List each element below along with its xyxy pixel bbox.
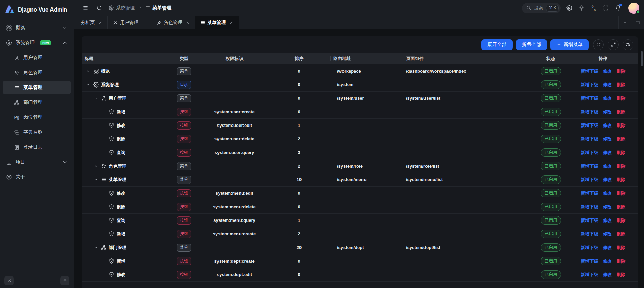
action-add-child-link[interactable]: 新增下级 (581, 204, 598, 210)
table-row[interactable]: 删除按钮system:user:delete2已启用新增下级修改删除 (82, 132, 638, 146)
sidebar-item-post-management[interactable]: Pg岗位管理 (3, 111, 71, 124)
table-row[interactable]: 用户管理菜单0/system/user/system/user/list已启用新… (82, 92, 638, 105)
table-row[interactable]: 菜单管理菜单10/system/menu/system/menu/list已启用… (82, 173, 638, 187)
notifications-button[interactable] (612, 2, 624, 14)
action-edit-link[interactable]: 修改 (603, 95, 612, 101)
collapse-all-button[interactable]: 折叠全部 (516, 39, 547, 50)
avatar[interactable] (628, 3, 639, 14)
action-edit-link[interactable]: 修改 (603, 82, 612, 88)
action-edit-link[interactable]: 修改 (603, 136, 612, 142)
tree-down-icon[interactable] (85, 82, 91, 87)
action-add-child-link[interactable]: 新增下级 (581, 190, 598, 196)
tab-menu-management[interactable]: 菜单管理 (195, 16, 239, 29)
theme-button[interactable] (576, 2, 587, 14)
action-edit-link[interactable]: 修改 (603, 177, 612, 183)
tabs-maximize-button[interactable] (631, 16, 644, 29)
action-add-child-link[interactable]: 新增下级 (581, 122, 598, 129)
tree-down-icon[interactable] (93, 177, 99, 182)
search-input[interactable]: 搜索 ⌘ K (522, 3, 561, 13)
action-add-child-link[interactable]: 新增下级 (581, 217, 598, 224)
action-delete-link[interactable]: 删除 (617, 68, 625, 74)
action-edit-link[interactable]: 修改 (603, 245, 612, 251)
vertical-scrollbar[interactable] (641, 51, 643, 66)
expand-all-button[interactable]: 展开全部 (481, 39, 513, 50)
tree-down-icon[interactable] (93, 245, 99, 250)
action-edit-link[interactable]: 修改 (603, 163, 612, 169)
tab-close-icon[interactable] (186, 21, 190, 25)
table-row[interactable]: 查询按钮system:user:query3已启用新增下级修改删除 (82, 146, 638, 159)
action-edit-link[interactable]: 修改 (603, 122, 612, 129)
action-add-child-link[interactable]: 新增下级 (581, 163, 598, 169)
action-add-child-link[interactable]: 新增下级 (581, 272, 598, 278)
action-edit-link[interactable]: 修改 (603, 190, 612, 196)
table-row[interactable]: 角色管理菜单2/system/role/system/role/list已启用新… (82, 159, 638, 173)
tree-right-icon[interactable] (93, 164, 99, 169)
sidebar-item-user-management[interactable]: 用户管理 (3, 51, 71, 64)
action-edit-link[interactable]: 修改 (603, 204, 612, 210)
table-row[interactable]: 部门管理菜单20/system/dept/system/dept/list已启用… (82, 241, 638, 254)
tree-down-icon[interactable] (93, 96, 99, 101)
action-delete-link[interactable]: 删除 (617, 190, 625, 196)
action-delete-link[interactable]: 删除 (617, 204, 625, 210)
action-delete-link[interactable]: 删除 (617, 109, 625, 115)
add-menu-button[interactable]: 新增菜单 (550, 39, 589, 50)
action-edit-link[interactable]: 修改 (603, 231, 612, 237)
action-add-child-link[interactable]: 新增下级 (581, 109, 598, 115)
fullscreen-button[interactable] (600, 2, 611, 14)
action-add-child-link[interactable]: 新增下级 (581, 231, 598, 237)
action-delete-link[interactable]: 删除 (617, 150, 625, 156)
sidebar-collapse-button[interactable] (4, 276, 14, 285)
sidebar-item-role-management[interactable]: 角色管理 (3, 66, 71, 79)
action-add-child-link[interactable]: 新增下级 (581, 177, 598, 183)
action-delete-link[interactable]: 删除 (617, 163, 625, 169)
action-delete-link[interactable]: 删除 (617, 245, 625, 251)
action-add-child-link[interactable]: 新增下级 (581, 95, 598, 101)
sidebar-pin-button[interactable] (60, 276, 69, 285)
breadcrumb-item[interactable]: 菜单管理 (145, 5, 171, 11)
table-row[interactable]: 查询按钮system:menu:query1已启用新增下级修改删除 (82, 214, 638, 227)
tabs-menu-button[interactable] (618, 16, 631, 29)
toolbar-fullscreen-button[interactable] (608, 39, 619, 50)
toolbar-columns-button[interactable] (623, 39, 633, 50)
sidebar-item-login-log[interactable]: 登录日志 (3, 140, 71, 154)
action-edit-link[interactable]: 修改 (603, 68, 612, 74)
action-edit-link[interactable]: 修改 (603, 150, 612, 156)
table-row[interactable]: 删除按钮system:menu:delete0已启用新增下级修改删除 (82, 200, 638, 214)
table-row[interactable]: 新增按钮system:user:create0已启用新增下级修改删除 (82, 105, 638, 119)
sidebar-item-menu-management[interactable]: 菜单管理 (3, 81, 71, 94)
breadcrumb-item[interactable]: 系统管理 (109, 5, 135, 11)
action-edit-link[interactable]: 修改 (603, 217, 612, 224)
action-delete-link[interactable]: 删除 (617, 217, 625, 224)
table-row[interactable]: 系统管理目录0/system已启用新增下级修改删除 (82, 78, 638, 92)
action-add-child-link[interactable]: 新增下级 (581, 136, 598, 142)
table-row[interactable]: 修改按钮system:user:edit1已启用新增下级修改删除 (82, 119, 638, 132)
tab-role-management[interactable]: 角色管理 (151, 16, 195, 29)
action-add-child-link[interactable]: 新增下级 (581, 82, 598, 88)
action-edit-link[interactable]: 修改 (603, 272, 612, 278)
sidebar-item-project[interactable]: 项目 (3, 155, 71, 169)
action-add-child-link[interactable]: 新增下级 (581, 150, 598, 156)
tab-user-management[interactable]: 用户管理 (108, 16, 151, 29)
table-row[interactable]: 新增按钮system:menu:create2已启用新增下级修改删除 (82, 227, 638, 241)
table-row[interactable]: 概览菜单0/workspace/dashboard/workspace/inde… (82, 64, 638, 78)
tree-right-icon[interactable] (85, 69, 91, 74)
toolbar-refresh-button[interactable] (593, 39, 604, 50)
action-edit-link[interactable]: 修改 (603, 258, 612, 264)
table-row[interactable]: 新增按钮system:dept:create0已启用新增下级修改删除 (82, 254, 638, 268)
action-delete-link[interactable]: 删除 (617, 258, 625, 264)
sidebar-item-about[interactable]: 关于 (3, 170, 71, 184)
action-delete-link[interactable]: 删除 (617, 272, 625, 278)
action-delete-link[interactable]: 删除 (617, 231, 625, 237)
sidebar-item-dict-name[interactable]: 字典名称 (3, 126, 71, 139)
action-delete-link[interactable]: 删除 (617, 177, 625, 183)
language-button[interactable]: 文A (588, 2, 599, 14)
action-edit-link[interactable]: 修改 (603, 109, 612, 115)
settings-button[interactable] (563, 2, 575, 14)
action-add-child-link[interactable]: 新增下级 (581, 258, 598, 264)
action-delete-link[interactable]: 删除 (617, 122, 625, 129)
action-add-child-link[interactable]: 新增下级 (581, 68, 598, 74)
sidebar-item-overview[interactable]: 概览 (3, 21, 71, 35)
tab-close-icon[interactable] (229, 21, 233, 25)
sidebar-item-dept-management[interactable]: 部门管理 (3, 96, 71, 109)
refresh-button[interactable] (95, 4, 103, 12)
